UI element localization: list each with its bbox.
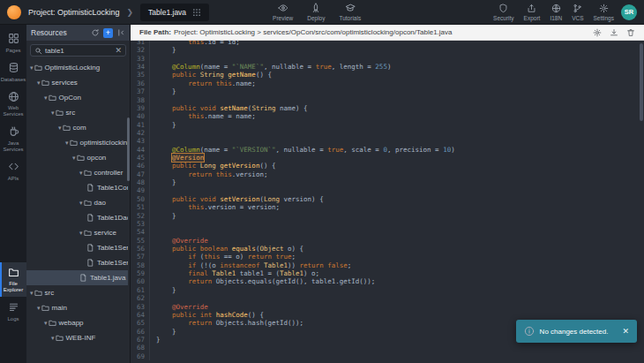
folder-icon	[84, 229, 92, 237]
toast-close-icon[interactable]: ✕	[622, 327, 629, 336]
tab-switcher-grid-icon[interactable]	[192, 8, 201, 17]
code-line: 47 return this.version;	[131, 170, 644, 178]
rocket-icon	[311, 3, 321, 14]
rail-item-java-services[interactable]: Java Services	[0, 121, 26, 156]
info-icon	[524, 326, 535, 337]
tree-item[interactable]: ▾dao	[26, 195, 128, 210]
code-line: 41 }	[131, 121, 644, 129]
security-button[interactable]: Security	[493, 4, 513, 21]
resources-header: Resources +	[26, 25, 130, 41]
app-logo-icon	[7, 5, 21, 19]
tree-item[interactable]: ▾controller	[26, 165, 128, 180]
eye-icon	[278, 3, 288, 14]
tree-item[interactable]: ▾com	[26, 120, 128, 135]
settings-button[interactable]: Settings	[594, 4, 615, 21]
tree-item[interactable]: ▾services	[26, 75, 128, 90]
tree-item[interactable]: ▾service	[26, 225, 128, 240]
clear-search-icon[interactable]: ✕	[115, 46, 122, 55]
tree-item[interactable]: ▾OptimisticLocking	[26, 60, 128, 75]
tab-table1-java[interactable]: Table1.java	[140, 4, 209, 21]
rail-item-pages[interactable]: Pages	[0, 28, 26, 57]
rail-item-file-explorer[interactable]: File Explorer	[0, 262, 26, 298]
chevron-down-icon: ▾	[65, 140, 69, 147]
tree-item[interactable]: ▾src	[26, 105, 128, 120]
line-number: 60	[131, 277, 150, 285]
tree-item[interactable]: ▾optimisticlocking	[26, 135, 128, 150]
file-icon	[79, 274, 87, 282]
apis-icon	[8, 161, 19, 174]
refresh-icon[interactable]	[91, 28, 100, 37]
code-line: 53	[131, 220, 644, 228]
tree-item[interactable]: ▾webapp	[26, 315, 128, 330]
code-line: 51 this.version = version;	[131, 203, 644, 211]
shield-icon	[498, 4, 508, 14]
tree-item[interactable]: ▾OpCon	[26, 90, 128, 105]
tutorials-button[interactable]: Tutorials	[339, 3, 361, 21]
chevron-down-icon: ▾	[44, 95, 48, 102]
line-number: 62	[131, 294, 150, 302]
tree-item[interactable]: ▾WEB-INF	[26, 330, 128, 345]
tree-item-label: OptimisticLocking	[45, 64, 101, 72]
rail-item-web-services[interactable]: Web Services	[0, 87, 26, 122]
line-number: 33	[131, 55, 150, 63]
code-editor[interactable]: 31 this.id = id;32 }3334 @Column(name = …	[131, 41, 644, 363]
tree-item[interactable]: Table1ServiceImpl.java	[26, 255, 128, 270]
code-line: 32 }	[131, 46, 644, 54]
tree-item-label: opcon	[87, 154, 107, 162]
i18n-button[interactable]: I18N	[550, 4, 562, 21]
line-number: 35	[131, 71, 150, 79]
vcs-button[interactable]: VCS	[572, 4, 583, 21]
chevron-down-icon: ▾	[79, 200, 83, 207]
line-number: 43	[131, 137, 150, 145]
header-right-actions: SecurityExportI18NVCSSettings	[493, 4, 614, 21]
add-resource-button[interactable]: +	[103, 28, 113, 38]
chevron-down-icon: ▾	[51, 335, 55, 342]
left-rail: PagesDatabasesWeb ServicesJava ServicesA…	[0, 25, 26, 363]
preview-button[interactable]: Preview	[273, 3, 293, 21]
tree-item[interactable]: Table1Service.java	[26, 240, 128, 255]
folder-icon	[63, 124, 71, 132]
tree-item[interactable]: ▾opcon	[26, 150, 128, 165]
code-line: 43	[131, 137, 644, 145]
editor-scrollbar[interactable]	[640, 43, 643, 121]
tree-scrollbar[interactable]	[127, 117, 130, 181]
code-line: 46 public Long getVersion() {	[131, 162, 644, 170]
folder-icon	[56, 334, 64, 342]
tree-item[interactable]: ▾src	[26, 285, 128, 300]
databases-icon	[8, 62, 19, 75]
collapse-panel-icon[interactable]	[116, 28, 125, 37]
rail-item-logs[interactable]: Logs	[0, 297, 26, 326]
tree-item[interactable]: ▾main	[26, 300, 128, 315]
search-input[interactable]	[45, 47, 112, 55]
rail-item-databases[interactable]: Databases	[0, 57, 26, 87]
rail-item-apis[interactable]: APIs	[0, 156, 26, 185]
tree-item[interactable]: Table1.java	[26, 270, 128, 285]
file-icon	[86, 244, 94, 252]
tree-item[interactable]: Table1Dao.java	[26, 210, 128, 225]
chevron-down-icon: ▾	[72, 155, 76, 162]
code-line: 63 @Override	[131, 303, 644, 311]
line-number: 59	[131, 269, 150, 277]
export-button[interactable]: Export	[524, 4, 541, 21]
code-line: 54	[131, 228, 644, 236]
tree-item-label: service	[94, 229, 116, 237]
tree-item-label: Table1Controller.java	[97, 184, 128, 192]
tree-item-label: dao	[94, 199, 106, 207]
line-number: 68	[131, 344, 150, 352]
tree-item[interactable]: Table1Controller.java	[26, 180, 128, 195]
project-label: Project: OptimisticLocking	[28, 8, 120, 17]
code-line: 37 }	[131, 87, 644, 95]
code-line: 44 @Column(name = "`VERSION`", nullable …	[131, 146, 644, 154]
download-icon[interactable]	[610, 28, 618, 37]
tutorials-icon	[345, 3, 356, 14]
folder-icon	[70, 139, 78, 147]
gear-icon[interactable]	[593, 28, 602, 37]
line-number: 56	[131, 245, 150, 253]
trash-icon[interactable]	[626, 28, 635, 37]
avatar[interactable]: SR	[621, 4, 637, 20]
deploy-button[interactable]: Deploy	[307, 3, 325, 21]
file-icon	[86, 259, 94, 267]
code-line: 57 if (this == o) return true;	[131, 253, 644, 261]
line-number: 58	[131, 261, 150, 269]
chevron-down-icon: ▾	[58, 125, 62, 132]
